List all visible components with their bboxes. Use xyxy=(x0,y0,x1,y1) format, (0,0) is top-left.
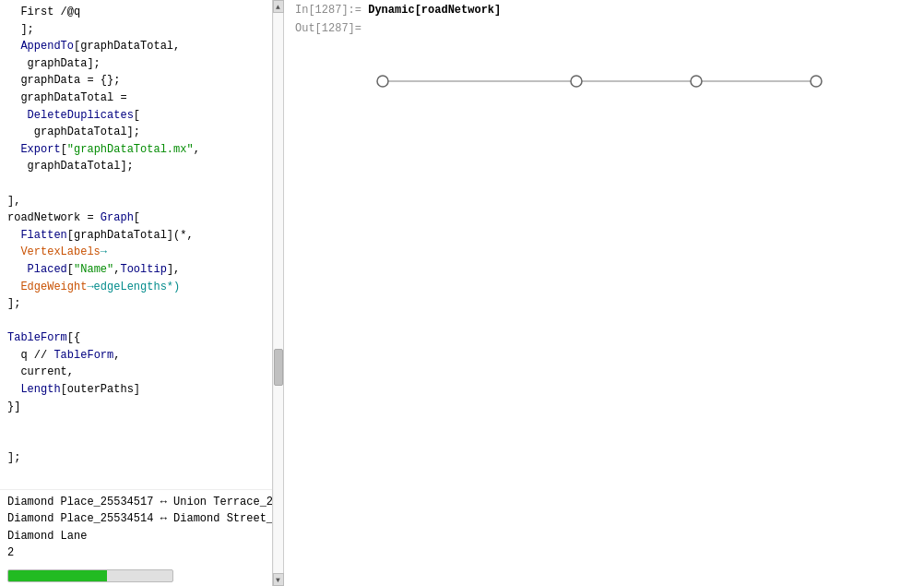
graph-svg xyxy=(295,44,913,118)
code-line: roadNetwork = Graph[ xyxy=(7,209,276,227)
code-line xyxy=(7,415,276,433)
graph-node xyxy=(691,76,702,87)
progress-bar-outer xyxy=(7,569,173,582)
graph-node xyxy=(571,76,582,87)
code-line: ]; xyxy=(7,449,276,467)
code-line: ], xyxy=(7,193,276,210)
code-editor: First /@q ]; AppendTo[graphDataTotal, gr… xyxy=(0,0,283,489)
code-line: graphDataTotal]; xyxy=(7,158,276,175)
code-line: First /@q xyxy=(7,4,276,21)
code-line: VertexLabels→ xyxy=(7,244,276,261)
code-line: graphDataTotal]; xyxy=(7,124,276,141)
code-line: graphData]; xyxy=(7,55,276,73)
code-line: q // TableForm, xyxy=(7,347,276,365)
output-line: Diamond Place_25534514 ↔ Diamond Street_ xyxy=(7,510,276,528)
output-line: 2 xyxy=(7,544,276,562)
output-label: Out[1287]= xyxy=(284,20,924,37)
progress-bar-inner xyxy=(8,570,107,581)
code-line: current, xyxy=(7,364,276,381)
code-line: graphData = {}; xyxy=(7,72,276,90)
code-line: Export["graphDataTotal.mx", xyxy=(7,141,276,159)
scroll-up-arrow[interactable]: ▲ xyxy=(273,0,284,13)
progress-bar-container xyxy=(7,569,276,582)
output-line: Diamond Lane xyxy=(7,528,276,545)
input-label: In[1287]:= Dynamic[roadNetwork] xyxy=(284,0,924,20)
code-line: AppendTo[graphDataTotal, xyxy=(7,38,276,55)
scroll-down-arrow[interactable]: ▼ xyxy=(273,573,284,586)
code-line xyxy=(7,313,276,330)
right-panel: In[1287]:= Dynamic[roadNetwork] Out[1287… xyxy=(284,0,924,586)
input-content-text: Dynamic[roadNetwork] xyxy=(368,4,501,17)
left-scrollbar[interactable]: ▲ ▼ xyxy=(272,0,283,586)
code-line xyxy=(7,433,276,450)
graph-node xyxy=(811,76,822,87)
code-line: DeleteDuplicates[ xyxy=(7,107,276,125)
code-line: ]; xyxy=(7,21,276,39)
scroll-thumb[interactable] xyxy=(274,349,283,386)
graph-area xyxy=(284,37,924,586)
code-line: EdgeWeight→edgeLengths*) xyxy=(7,279,276,296)
code-line: Flatten[graphDataTotal](*, xyxy=(7,227,276,245)
code-line xyxy=(7,175,276,193)
code-line: Placed["Name",Tooltip], xyxy=(7,261,276,279)
in-label-text: In[1287]:= xyxy=(295,4,361,17)
scroll-track[interactable] xyxy=(274,13,283,573)
output-line: Diamond Place_25534517 ↔ Union Terrace_2 xyxy=(7,494,276,511)
graph-node xyxy=(377,76,388,87)
code-line: graphDataTotal = xyxy=(7,90,276,107)
code-line: Length[outerPaths] xyxy=(7,381,276,399)
output-area: Diamond Place_25534517 ↔ Union Terrace_2… xyxy=(0,489,283,566)
left-panel: First /@q ]; AppendTo[graphDataTotal, gr… xyxy=(0,0,284,586)
code-line: TableForm[{ xyxy=(7,329,276,347)
code-line: }] xyxy=(7,399,276,416)
code-line: ]; xyxy=(7,295,276,313)
